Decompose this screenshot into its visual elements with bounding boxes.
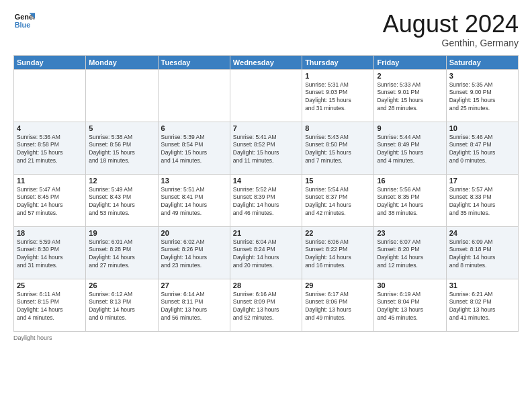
calendar-day-cell: 11Sunrise: 5:47 AM Sunset: 8:45 PM Dayli… <box>14 174 86 226</box>
subtitle: Genthin, Germany <box>383 38 519 48</box>
day-number: 13 <box>161 177 227 185</box>
day-number: 10 <box>449 124 515 132</box>
day-info: Sunrise: 6:04 AM Sunset: 8:24 PM Dayligh… <box>233 238 299 271</box>
day-header: Saturday <box>446 55 518 69</box>
calendar-day-cell <box>14 69 86 122</box>
calendar-day-cell: 28Sunrise: 6:16 AM Sunset: 8:09 PM Dayli… <box>230 279 302 331</box>
day-info: Sunrise: 5:39 AM Sunset: 8:54 PM Dayligh… <box>161 134 227 166</box>
calendar-day-cell: 26Sunrise: 6:12 AM Sunset: 8:13 PM Dayli… <box>86 279 158 331</box>
day-number: 21 <box>233 229 299 237</box>
day-number: 30 <box>377 281 443 289</box>
calendar-week-row: 4Sunrise: 5:36 AM Sunset: 8:58 PM Daylig… <box>14 122 519 174</box>
day-info: Sunrise: 5:51 AM Sunset: 8:41 PM Dayligh… <box>161 186 227 218</box>
day-number: 25 <box>17 281 83 289</box>
footer: Daylight hours <box>13 334 519 341</box>
day-number: 22 <box>305 229 371 237</box>
day-number: 8 <box>305 124 371 132</box>
day-info: Sunrise: 6:07 AM Sunset: 8:20 PM Dayligh… <box>377 238 443 271</box>
calendar-day-cell: 12Sunrise: 5:49 AM Sunset: 8:43 PM Dayli… <box>86 174 158 226</box>
calendar-day-cell: 13Sunrise: 5:51 AM Sunset: 8:41 PM Dayli… <box>158 174 230 226</box>
day-info: Sunrise: 6:09 AM Sunset: 8:18 PM Dayligh… <box>449 238 515 271</box>
daylight-label: Daylight hours <box>13 334 52 341</box>
calendar-day-cell: 22Sunrise: 6:06 AM Sunset: 8:22 PM Dayli… <box>302 226 374 279</box>
day-number: 11 <box>17 177 83 185</box>
day-info: Sunrise: 5:47 AM Sunset: 8:45 PM Dayligh… <box>17 186 83 218</box>
day-number: 20 <box>161 229 227 237</box>
calendar-day-cell: 6Sunrise: 5:39 AM Sunset: 8:54 PM Daylig… <box>158 122 230 174</box>
day-number: 2 <box>377 72 443 80</box>
calendar-day-cell: 27Sunrise: 6:14 AM Sunset: 8:11 PM Dayli… <box>158 279 230 331</box>
day-number: 27 <box>161 281 227 289</box>
day-number: 29 <box>305 281 371 289</box>
calendar-day-cell: 17Sunrise: 5:57 AM Sunset: 8:33 PM Dayli… <box>446 174 518 226</box>
day-info: Sunrise: 6:12 AM Sunset: 8:13 PM Dayligh… <box>89 291 154 323</box>
day-info: Sunrise: 6:02 AM Sunset: 8:26 PM Dayligh… <box>161 238 227 271</box>
calendar-day-cell <box>158 69 230 122</box>
day-info: Sunrise: 5:57 AM Sunset: 8:33 PM Dayligh… <box>449 186 515 218</box>
day-number: 3 <box>449 72 515 80</box>
day-info: Sunrise: 6:14 AM Sunset: 8:11 PM Dayligh… <box>161 291 227 323</box>
calendar-day-cell: 1Sunrise: 5:31 AM Sunset: 9:03 PM Daylig… <box>302 69 374 122</box>
calendar-day-cell: 20Sunrise: 6:02 AM Sunset: 8:26 PM Dayli… <box>158 226 230 279</box>
calendar-day-cell: 21Sunrise: 6:04 AM Sunset: 8:24 PM Dayli… <box>230 226 302 279</box>
title-block: August 2024 Genthin, Germany <box>383 11 519 48</box>
logo-icon: General Blue <box>13 11 35 32</box>
day-info: Sunrise: 5:56 AM Sunset: 8:35 PM Dayligh… <box>377 186 443 218</box>
day-info: Sunrise: 5:49 AM Sunset: 8:43 PM Dayligh… <box>89 186 154 218</box>
calendar-day-cell: 23Sunrise: 6:07 AM Sunset: 8:20 PM Dayli… <box>374 226 446 279</box>
day-number: 4 <box>17 124 83 132</box>
day-number: 28 <box>233 281 299 289</box>
calendar-day-cell: 30Sunrise: 6:19 AM Sunset: 8:04 PM Dayli… <box>374 279 446 331</box>
calendar-day-cell: 29Sunrise: 6:17 AM Sunset: 8:06 PM Dayli… <box>302 279 374 331</box>
calendar-day-cell: 16Sunrise: 5:56 AM Sunset: 8:35 PM Dayli… <box>374 174 446 226</box>
day-header: Friday <box>374 55 446 69</box>
calendar-day-cell: 14Sunrise: 5:52 AM Sunset: 8:39 PM Dayli… <box>230 174 302 226</box>
day-info: Sunrise: 6:17 AM Sunset: 8:06 PM Dayligh… <box>305 291 371 323</box>
day-number: 6 <box>161 124 227 132</box>
svg-text:Blue: Blue <box>15 21 31 29</box>
day-info: Sunrise: 5:52 AM Sunset: 8:39 PM Dayligh… <box>233 186 299 218</box>
day-number: 15 <box>305 177 371 185</box>
day-info: Sunrise: 5:54 AM Sunset: 8:37 PM Dayligh… <box>305 186 371 218</box>
day-number: 31 <box>449 281 515 289</box>
calendar-day-cell: 10Sunrise: 5:46 AM Sunset: 8:47 PM Dayli… <box>446 122 518 174</box>
calendar-week-row: 1Sunrise: 5:31 AM Sunset: 9:03 PM Daylig… <box>14 69 519 122</box>
calendar-day-cell: 19Sunrise: 6:01 AM Sunset: 8:28 PM Dayli… <box>86 226 158 279</box>
day-header: Monday <box>86 55 158 69</box>
calendar-day-cell: 15Sunrise: 5:54 AM Sunset: 8:37 PM Dayli… <box>302 174 374 226</box>
calendar-day-cell: 8Sunrise: 5:43 AM Sunset: 8:50 PM Daylig… <box>302 122 374 174</box>
day-number: 14 <box>233 177 299 185</box>
day-header: Thursday <box>302 55 374 69</box>
day-number: 5 <box>89 124 154 132</box>
day-number: 1 <box>305 72 371 80</box>
calendar-day-cell: 18Sunrise: 5:59 AM Sunset: 8:30 PM Dayli… <box>14 226 86 279</box>
day-info: Sunrise: 5:46 AM Sunset: 8:47 PM Dayligh… <box>449 134 515 166</box>
day-header: Sunday <box>14 55 86 69</box>
day-info: Sunrise: 6:21 AM Sunset: 8:02 PM Dayligh… <box>449 291 515 323</box>
calendar-day-cell <box>86 69 158 122</box>
day-number: 12 <box>89 177 154 185</box>
day-info: Sunrise: 5:41 AM Sunset: 8:52 PM Dayligh… <box>233 134 299 166</box>
day-number: 17 <box>449 177 515 185</box>
day-info: Sunrise: 5:59 AM Sunset: 8:30 PM Dayligh… <box>17 238 83 271</box>
day-number: 26 <box>89 281 154 289</box>
calendar-day-cell: 9Sunrise: 5:44 AM Sunset: 8:49 PM Daylig… <box>374 122 446 174</box>
month-title: August 2024 <box>383 11 519 38</box>
calendar-week-row: 18Sunrise: 5:59 AM Sunset: 8:30 PM Dayli… <box>14 226 519 279</box>
calendar-day-cell: 2Sunrise: 5:33 AM Sunset: 9:01 PM Daylig… <box>374 69 446 122</box>
day-number: 19 <box>89 229 154 237</box>
day-number: 18 <box>17 229 83 237</box>
day-header: Tuesday <box>158 55 230 69</box>
day-info: Sunrise: 6:11 AM Sunset: 8:15 PM Dayligh… <box>17 291 83 323</box>
day-info: Sunrise: 5:44 AM Sunset: 8:49 PM Dayligh… <box>377 134 443 166</box>
day-number: 24 <box>449 229 515 237</box>
day-number: 16 <box>377 177 443 185</box>
day-info: Sunrise: 6:01 AM Sunset: 8:28 PM Dayligh… <box>89 238 154 271</box>
day-number: 23 <box>377 229 443 237</box>
day-number: 7 <box>233 124 299 132</box>
header-row: SundayMondayTuesdayWednesdayThursdayFrid… <box>14 55 519 69</box>
day-number: 9 <box>377 124 443 132</box>
day-info: Sunrise: 5:36 AM Sunset: 8:58 PM Dayligh… <box>17 134 83 166</box>
day-header: Wednesday <box>230 55 302 69</box>
calendar-table: SundayMondayTuesdayWednesdayThursdayFrid… <box>13 55 519 332</box>
